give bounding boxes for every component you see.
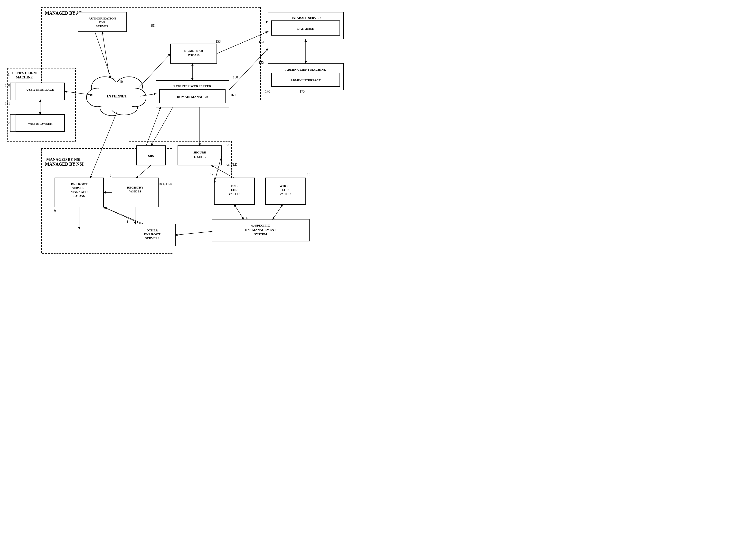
svg-rect-15 [16,83,65,100]
svg-line-64 [175,231,212,235]
managed-nsi-text: MANAGED BY NSI [46,157,81,162]
internet-label: INTERNET [107,94,127,98]
secure-email-label: SECURE [193,151,206,154]
svg-line-77 [105,208,144,224]
label-gtld: g-TLD [163,182,172,186]
svg-text:MANAGED: MANAGED [71,190,88,194]
svg-line-67 [273,205,283,219]
label-cctld: cc-TLD [227,163,237,166]
svg-line-59 [136,165,151,178]
label-182: 182 [224,143,229,147]
label-11: 11 [127,220,130,224]
svg-line-50 [90,112,117,178]
label-175: 175 [300,90,305,93]
svg-text:DNS ROOT: DNS ROOT [144,232,161,236]
label-1: 1 [8,72,10,76]
svg-text:BY DNS: BY DNS [74,194,85,198]
dns-root-label: DNS ROOT [71,182,87,186]
label-154: 154 [259,40,264,44]
admin-interface-label: ADMIN INTERFACE [291,78,321,82]
diagram: MANAGED BY AR MANAGED BY NSI USER'S CLIE… [0,0,378,271]
svg-text:FOR: FOR [282,188,289,192]
auth-dns-label: AUTHORIZATION [89,17,116,20]
admin-client-label: ADMIN CLIENT MACHINE [285,68,326,71]
label-14: 14 [244,216,247,220]
svg-text:SERVERS: SERVERS [72,186,86,190]
svg-text:WHO IS: WHO IS [188,53,200,57]
label-10: 10 [119,80,123,84]
svg-text:FOR: FOR [231,188,238,192]
label-2: 2 [8,121,10,125]
svg-text:E-MAIL: E-MAIL [194,155,206,159]
registry-whois-label: REGISTRY [127,186,143,189]
label-160: 160 [230,93,236,97]
svg-text:cc-TLD: cc-TLD [280,192,291,196]
svg-text:DNS MANAGEMENT: DNS MANAGEMENT [245,228,276,232]
label-12: 12 [210,172,213,176]
svg-text:SERVERS: SERVERS [145,236,160,240]
other-dns-label: OTHER [147,228,158,232]
user-interface-label: USER INTERFACE [26,88,54,91]
label-131: 131 [5,102,10,105]
db-server-label: DATABASE SERVER [291,16,321,20]
dns-cctld-label: DNS [231,184,237,188]
svg-line-57 [151,107,173,146]
svg-line-54 [229,49,268,90]
label-153: 153 [216,40,221,43]
managed-ar-label: MANAGED BY AR [45,11,83,16]
svg-text:DNS: DNS [99,20,105,24]
db-label: DATABASE [297,27,314,30]
label-9: 9 [54,209,56,213]
label-13: 13 [307,172,310,176]
users-client-label: USER'S CLIENT [12,71,38,75]
srs-label: SRS [148,154,154,158]
registrar-whois-label: REGISTRAR [184,49,203,53]
label-152: 152 [259,61,264,65]
svg-text:cc-TLD: cc-TLD [229,192,240,196]
managed-nsi-label: MANAGED BY NSI [45,162,84,167]
svg-text:SYSTEM: SYSTEM [254,232,267,236]
domain-mgr-label: DOMAIN MANAGER [177,95,208,99]
label-8: 8 [110,174,111,177]
label-151: 151 [151,24,156,28]
svg-line-66 [234,205,244,219]
register-web-label: REGISTER WEB SERVER [173,84,212,88]
label-130: 130 [5,84,10,87]
diagram-svg: MANAGED BY AR MANAGED BY NSI USER'S CLIE… [0,0,378,271]
whois-cctld-label: WHO IS [280,184,292,188]
label-150: 150 [233,76,238,79]
web-browser-label: WEB BROWSER [28,122,53,125]
svg-text:WHO IS: WHO IS [129,190,141,193]
users-client-label2: MACHINE [16,76,33,79]
label-170: 170 [265,90,270,93]
svg-text:SERVER: SERVER [96,24,109,28]
svg-line-78 [212,166,234,178]
svg-line-60 [146,107,161,146]
svg-line-55 [95,32,111,78]
cc-specific-label: cc-SPECIFIC [251,224,270,227]
